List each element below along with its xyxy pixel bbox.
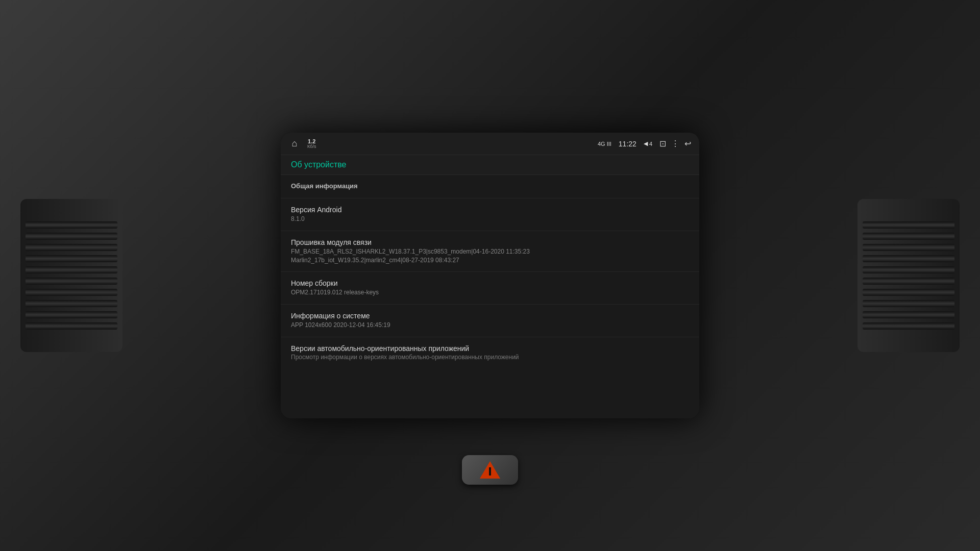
modem-firmware-section: Прошивка модуля связи FM_BASE_18A_RLS2_I… (281, 231, 699, 272)
general-info-header: Общая информация (291, 182, 689, 190)
build-number-value: OPM2.171019.012 release-keys (291, 288, 689, 297)
speed-indicator: 1.2 Кб/s (307, 138, 316, 149)
hazard-button[interactable] (462, 455, 518, 485)
menu-icon[interactable]: ⋮ (671, 139, 679, 148)
back-nav-icon[interactable]: ↩ (684, 139, 691, 148)
network-indicator: 4G III (598, 141, 611, 147)
android-version-label: Версия Android (291, 206, 689, 214)
android-screen: ⌂ 1.2 Кб/s 4G III 11:22 ◀ 4 ⊡ ⋮ ↩ (281, 133, 699, 418)
page-title-bar: Об устройстве (281, 155, 699, 175)
home-icon[interactable]: ⌂ (289, 138, 300, 149)
modem-firmware-label: Прошивка модуля связи (291, 238, 689, 246)
screen-container: MIC RST ⏻ ⌂ ↩ + − ⌂ 1.2 Кб/s 4G III (281, 133, 699, 418)
android-version-section: Версия Android 8.1.0 (281, 198, 699, 231)
window-icon: ⊡ (659, 139, 666, 148)
right-vent (857, 199, 960, 352)
android-version-value: 8.1.0 (291, 215, 689, 223)
auto-apps-subtitle: Просмотр информации о версиях автомобиль… (291, 354, 689, 361)
system-info-label: Информация о системе (291, 312, 689, 320)
left-vent (20, 199, 122, 352)
status-bar: ⌂ 1.2 Кб/s 4G III 11:22 ◀ 4 ⊡ ⋮ ↩ (281, 133, 699, 155)
system-info-value: APP 1024x600 2020-12-04 16:45:19 (291, 321, 689, 330)
build-number-section: Номер сборки OPM2.171019.012 release-key… (281, 272, 699, 305)
car-dashboard: MIC RST ⏻ ⌂ ↩ + − ⌂ 1.2 Кб/s 4G III (0, 0, 980, 551)
status-icons: ⊡ ⋮ ↩ (659, 139, 691, 148)
general-info-section: Общая информация (281, 175, 699, 198)
modem-firmware-value1: FM_BASE_18A_RLS2_ISHARKL2_W18.37.1_P3|sc… (291, 247, 689, 256)
content-area[interactable]: Общая информация Версия Android 8.1.0 Пр… (281, 175, 699, 418)
modem-firmware-value2: Marlin2_17b_iot_W19.35.2|marlin2_cm4|08-… (291, 256, 689, 265)
time-display: 11:22 (619, 140, 636, 148)
page-title: Об устройстве (291, 160, 689, 169)
volume-indicator: ◀ 4 (644, 140, 652, 147)
system-info-section: Информация о системе APP 1024x600 2020-1… (281, 305, 699, 337)
auto-apps-label: Версии автомобильно-ориентированных прил… (291, 344, 689, 353)
build-number-label: Номер сборки (291, 279, 689, 287)
auto-apps-section[interactable]: Версии автомобильно-ориентированных прил… (281, 337, 699, 368)
